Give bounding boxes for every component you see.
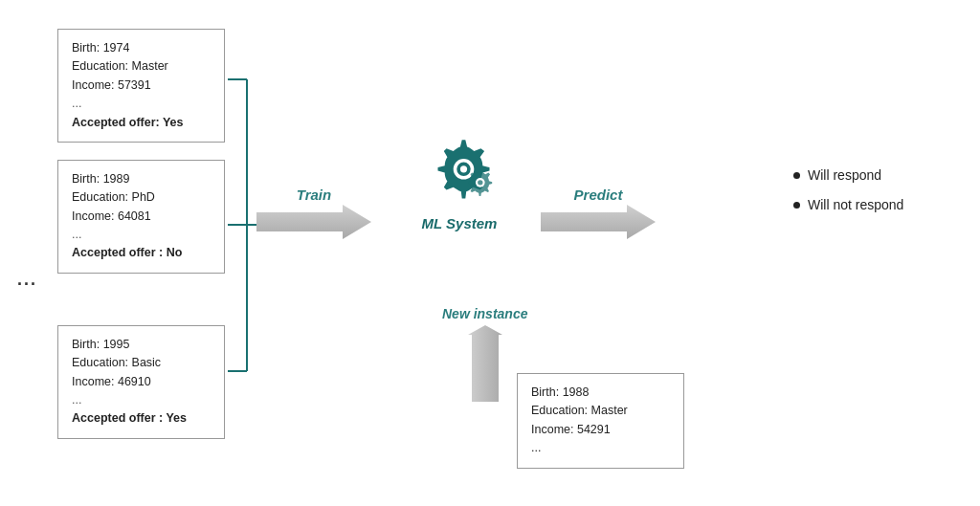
card2-line2: Education: PhD — [72, 188, 211, 207]
card1-dots: ... — [72, 95, 211, 113]
ml-system-section: ML System — [412, 124, 507, 231]
card3-line2: Education: Basic — [72, 354, 211, 372]
svg-marker-12 — [468, 325, 502, 402]
card1-line2: Education: Master — [72, 57, 211, 76]
data-card-1: Birth: 1974 Education: Master Income: 57… — [57, 29, 225, 143]
svg-marker-5 — [256, 205, 371, 239]
card3-accepted: Accepted offer : Yes — [72, 409, 211, 428]
card3-line1: Birth: 1995 — [72, 336, 211, 354]
ml-system-label: ML System — [422, 215, 498, 231]
output-label-2: Will not respond — [808, 190, 903, 220]
predict-arrow — [541, 205, 656, 239]
diagram: Birth: 1974 Education: Master Income: 57… — [0, 0, 980, 506]
predict-section: Predict — [541, 187, 656, 239]
card2-accepted: Accepted offer : No — [72, 244, 211, 262]
output-box: Will respond Will not respond — [774, 143, 961, 237]
new-instance-section: New instance — [442, 306, 527, 406]
ni-dots: ... — [531, 439, 670, 457]
new-instance-label: New instance — [442, 306, 527, 321]
output-item-1: Will respond — [793, 161, 942, 190]
output-item-2: Will not respond — [793, 190, 942, 220]
new-instance-card: Birth: 1988 Education: Master Income: 54… — [517, 373, 684, 469]
predict-label: Predict — [574, 187, 623, 203]
data-card-3: Birth: 1995 Education: Basic Income: 469… — [57, 325, 225, 439]
card1-accepted: Accepted offer: Yes — [72, 114, 211, 132]
gear-icon — [412, 124, 507, 210]
train-arrow — [256, 205, 371, 239]
train-section: Train — [256, 187, 371, 239]
card2-line1: Birth: 1989 — [72, 170, 211, 188]
train-label: Train — [297, 187, 331, 203]
card2-line3: Income: 64081 — [72, 208, 211, 226]
ni-line2: Education: Master — [531, 402, 670, 420]
ellipsis-indicator: ... — [17, 270, 37, 290]
cards-column: Birth: 1974 Education: Master Income: 57… — [57, 29, 225, 439]
svg-point-10 — [478, 180, 482, 185]
ni-line3: Income: 54291 — [531, 421, 670, 439]
card1-line1: Birth: 1974 — [72, 39, 211, 57]
card3-line3: Income: 46910 — [72, 373, 211, 391]
svg-marker-11 — [541, 205, 656, 239]
card3-dots: ... — [72, 391, 211, 409]
bullet-dot-2 — [793, 202, 800, 209]
card1-line3: Income: 57391 — [72, 77, 211, 95]
svg-point-8 — [460, 165, 467, 172]
card2-dots: ... — [72, 226, 211, 244]
data-card-2: Birth: 1989 Education: PhD Income: 64081… — [57, 160, 225, 274]
output-label-1: Will respond — [808, 161, 881, 190]
new-instance-arrow — [468, 325, 502, 406]
bullet-dot-1 — [793, 172, 800, 179]
ni-line1: Birth: 1988 — [531, 384, 670, 402]
